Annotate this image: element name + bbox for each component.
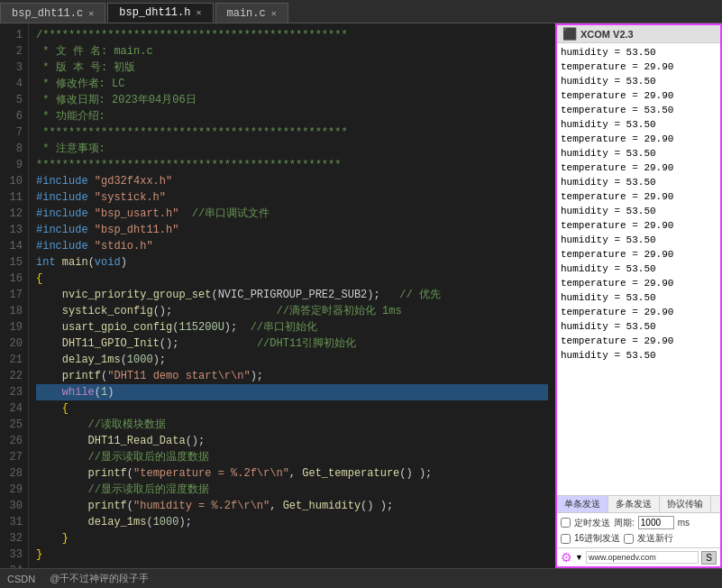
xcom-tab-single[interactable]: 单条发送: [557, 496, 608, 512]
url-box: www.openedv.com: [586, 551, 699, 564]
code-line: delay_1ms(1000);: [36, 352, 548, 368]
code-content: 1234567891011121314151617181920212223242…: [0, 23, 555, 568]
xcom-title-text: XCOM V2.3: [580, 29, 634, 40]
line-number: 23: [4, 384, 23, 400]
xcom-output[interactable]: humidity = 53.50temperature = 29.90humid…: [557, 43, 720, 495]
tab-bsp-dht11-c[interactable]: bsp_dht11.c ✕: [0, 3, 105, 23]
line-number: 4: [4, 76, 23, 92]
tab-main-c[interactable]: main.c ✕: [215, 3, 288, 23]
timed-send-label: 定时发送: [574, 517, 610, 529]
xcom-tab-protocol[interactable]: 协议传输: [660, 496, 711, 512]
line-number: 19: [4, 319, 23, 335]
tab-bar: bsp_dht11.c ✕ bsp_dht11.h ✕ main.c ✕: [0, 0, 722, 23]
xcom-options: 定时发送 周期: ms 16进制发送 发送新行: [557, 513, 720, 547]
s-button[interactable]: S: [701, 551, 717, 565]
line-number: 28: [4, 465, 23, 482]
line-number: 33: [4, 547, 23, 563]
hex-send-label: 16进制发送: [574, 532, 620, 545]
code-line: ****************************************…: [36, 157, 548, 173]
line-number: 10: [4, 173, 23, 189]
timed-send-checkbox[interactable]: [561, 518, 571, 528]
code-line: delay_1ms(1000);: [36, 514, 548, 530]
line-number: 2: [4, 43, 23, 60]
code-line: #include "stdio.h": [36, 238, 548, 254]
main-area: 1234567891011121314151617181920212223242…: [0, 23, 722, 568]
period-input[interactable]: [638, 516, 674, 529]
tab-label: main.c: [227, 7, 266, 20]
line-number: 13: [4, 222, 23, 238]
line-number: 14: [4, 238, 23, 254]
line-number: 20: [4, 335, 23, 352]
code-line: int main(void): [36, 254, 548, 271]
line-number: 1: [4, 27, 23, 43]
ms-label: ms: [678, 518, 690, 528]
code-line: {: [36, 400, 548, 417]
close-icon[interactable]: ✕: [271, 8, 277, 19]
line-number: 9: [4, 157, 23, 173]
code-line: * 修改作者: LC: [36, 76, 548, 92]
line-number: 24: [4, 400, 23, 417]
tab-bsp-dht11-h[interactable]: bsp_dht11.h ✕: [107, 3, 213, 23]
xcom-panel: ⬛ XCOM V2.3 humidity = 53.50temperature …: [555, 23, 722, 568]
line-number: 26: [4, 433, 23, 449]
code-line: //读取模块数据: [36, 417, 548, 433]
xcom-title: ⬛ XCOM V2.3: [557, 25, 720, 43]
line-number: 3: [4, 60, 23, 76]
line-number: 8: [4, 141, 23, 157]
line-number: 29: [4, 482, 23, 498]
code-line: //显示读取后的湿度数据: [36, 482, 548, 498]
line-number: 27: [4, 449, 23, 465]
code-lines: /***************************************…: [29, 23, 555, 568]
dropdown-arrow[interactable]: ▼: [575, 553, 583, 562]
code-line: #include "bsp_usart.h" //串口调试文件: [36, 206, 548, 222]
hex-send-checkbox[interactable]: [561, 534, 571, 544]
xcom-tab-multi[interactable]: 多条发送: [608, 496, 660, 512]
code-line: #include "gd32f4xx.h": [36, 173, 548, 189]
tab-label: bsp_dht11.h: [119, 6, 190, 19]
code-line: * 文 件 名: main.c: [36, 43, 548, 60]
close-icon[interactable]: ✕: [88, 8, 94, 19]
gear-icon[interactable]: ⚙: [561, 550, 572, 565]
code-line: #include "bsp_dht11.h": [36, 222, 548, 238]
line-number: 12: [4, 206, 23, 222]
close-icon[interactable]: ✕: [196, 7, 201, 18]
code-editor: 1234567891011121314151617181920212223242…: [0, 23, 555, 568]
line-number: 11: [4, 189, 23, 206]
code-line: //显示读取后的温度数据: [36, 449, 548, 465]
line-number: 18: [4, 303, 23, 319]
code-line: nvic_priority_group_set(NVIC_PRIGROUP_PR…: [36, 287, 548, 303]
line-number: 16: [4, 271, 23, 287]
line-numbers: 1234567891011121314151617181920212223242…: [0, 23, 29, 568]
code-line: DHT11_Read_Data();: [36, 433, 548, 449]
timed-send-row: 定时发送 周期: ms: [561, 516, 717, 529]
status-platform: CSDN: [7, 574, 35, 584]
code-line: * 版 本 号: 初版: [36, 60, 548, 76]
code-line: ****************************************…: [36, 124, 548, 141]
code-line: * 修改日期: 2023年04月06日: [36, 92, 548, 108]
line-number: 32: [4, 530, 23, 547]
code-line: printf("DHT11 demo start\r\n");: [36, 368, 548, 384]
period-label: 周期:: [614, 517, 635, 529]
line-number: 21: [4, 352, 23, 368]
hex-send-row: 16进制发送 发送新行: [561, 532, 717, 545]
tab-label: bsp_dht11.c: [12, 7, 83, 20]
code-line: }: [36, 547, 548, 563]
newline-label: 发送新行: [637, 532, 673, 545]
code-line: printf("humidity = %.2f\r\n", Get_humidi…: [36, 498, 548, 514]
line-number: 15: [4, 254, 23, 271]
xcom-tabs: 单条发送 多条发送 协议传输: [557, 495, 720, 513]
code-line: usart_gpio_config(115200U); //串口初始化: [36, 319, 548, 335]
line-number: 17: [4, 287, 23, 303]
code-line: * 功能介绍:: [36, 108, 548, 124]
code-line: }: [36, 530, 548, 547]
newline-checkbox[interactable]: [624, 534, 634, 544]
code-line: DHT11_GPIO_Init(); //DHT11引脚初始化: [36, 335, 548, 352]
line-number: 22: [4, 368, 23, 384]
xcom-icon: ⬛: [562, 27, 577, 41]
status-bar: CSDN @千不过神评的段子手: [0, 568, 722, 588]
code-line: while(1): [36, 384, 548, 400]
code-line: /***************************************…: [36, 27, 548, 43]
line-number: 34: [4, 563, 23, 568]
line-number: 6: [4, 108, 23, 124]
line-number: 7: [4, 124, 23, 141]
